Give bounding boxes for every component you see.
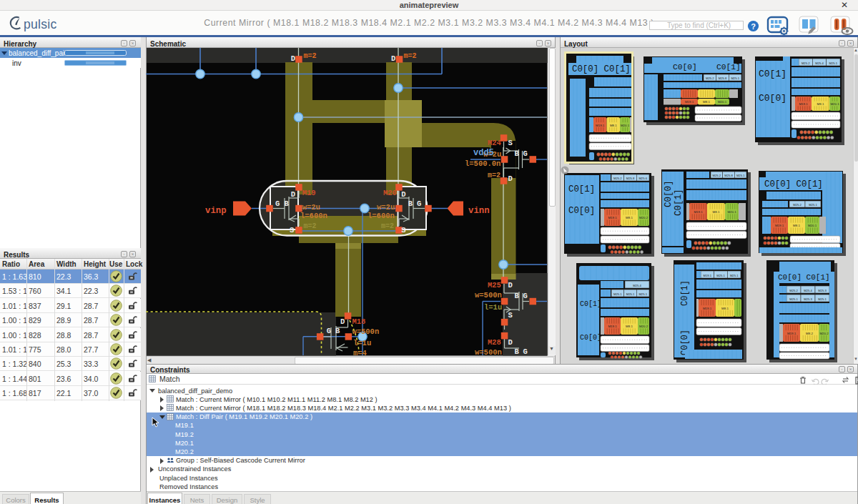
svg-text:M19.1: M19.1 (703, 274, 711, 277)
svg-text:M25.2: M25.2 (789, 289, 798, 292)
svg-text:M25.1: M25.1 (818, 297, 827, 301)
svg-text:B: B (515, 347, 520, 356)
svg-text:C0[0]: C0[0] (580, 334, 601, 342)
svg-text:M25.1: M25.1 (613, 292, 622, 296)
svg-text:G: G (417, 199, 421, 208)
svg-text:M8.1: M8.1 (626, 325, 633, 328)
svg-text:M8.1: M8.1 (610, 124, 617, 127)
svg-text:M20.2: M20.2 (639, 216, 649, 219)
svg-text:G: G (523, 347, 528, 356)
svg-text:vinp: vinp (205, 206, 227, 216)
svg-text:w=2u: w=2u (302, 203, 320, 212)
svg-text:l=600n: l=600n (300, 212, 327, 220)
svg-text:M25.1: M25.1 (809, 203, 817, 207)
svg-text:m=2: m=2 (381, 222, 394, 230)
svg-text:C0[0]: C0[0] (568, 206, 595, 216)
svg-text:m=2: m=2 (404, 52, 417, 60)
svg-text:M19.1: M19.1 (596, 124, 605, 127)
svg-text:l=1u: l=1u (484, 303, 502, 312)
svg-text:G: G (327, 327, 331, 335)
svg-text:G: G (523, 292, 528, 300)
svg-text:l=600n: l=600n (368, 212, 395, 220)
svg-text:C0[1]: C0[1] (716, 63, 741, 71)
svg-text:D: D (401, 190, 405, 199)
svg-text:M19.1: M19.1 (608, 216, 617, 219)
svg-text:M19.1: M19.1 (685, 100, 694, 104)
svg-text:S: S (508, 139, 513, 147)
svg-text:M25: M25 (488, 281, 501, 290)
svg-text:l=1u: l=1u (353, 339, 371, 347)
svg-text:S: S (508, 311, 513, 320)
svg-text:M25.8: M25.8 (719, 76, 727, 80)
svg-text:M25.2: M25.2 (613, 177, 622, 180)
svg-text:?: ? (751, 22, 756, 31)
svg-text:M18: M18 (352, 317, 365, 326)
svg-text:w=500n: w=500n (352, 327, 379, 336)
svg-text:M20.1: M20.1 (727, 210, 736, 214)
svg-text:M25.4: M25.4 (804, 289, 812, 292)
svg-text:M28: M28 (488, 338, 501, 347)
svg-text:M25.8: M25.8 (724, 174, 733, 177)
svg-text:C0[1]: C0[1] (580, 300, 601, 308)
svg-text:l=500.0n: l=500.0n (465, 159, 500, 168)
svg-text:D: D (291, 190, 295, 199)
svg-text:M25.1: M25.1 (731, 76, 739, 80)
svg-text:m=2: m=2 (304, 222, 317, 230)
svg-text:D: D (291, 54, 295, 63)
svg-text:M8.1: M8.1 (626, 216, 633, 219)
svg-text:C0[0]: C0[0] (664, 180, 674, 207)
svg-text:vinn: vinn (468, 206, 490, 216)
svg-text:B: B (285, 199, 290, 208)
svg-text:M19.1: M19.1 (694, 210, 703, 214)
svg-text:M19.1: M19.1 (787, 332, 797, 335)
svg-text:M25.1: M25.1 (638, 292, 647, 296)
svg-text:w=2u: w=2u (377, 203, 395, 212)
svg-text:M24: M24 (488, 139, 501, 147)
svg-text:M25.4: M25.4 (815, 61, 824, 65)
svg-text:B: B (408, 199, 413, 208)
svg-text:S: S (290, 226, 294, 234)
svg-text:M25.2: M25.2 (706, 76, 714, 80)
svg-text:C0[1]: C0[1] (759, 69, 786, 79)
svg-text:M20: M20 (383, 189, 397, 197)
svg-text:M8.1: M8.1 (721, 307, 729, 310)
svg-text:C0[1]: C0[1] (680, 280, 690, 306)
svg-text:M25.2: M25.2 (793, 203, 802, 207)
svg-text:M8.1: M8.1 (713, 210, 720, 214)
svg-text:M8.2: M8.2 (806, 332, 813, 335)
svg-text:M25.3: M25.3 (818, 289, 827, 292)
svg-text:M8.1: M8.1 (703, 100, 710, 104)
svg-text:M8.1: M8.1 (817, 102, 824, 106)
svg-text:C0[0] C0[1]: C0[0] C0[1] (572, 64, 631, 74)
svg-text:M25.1: M25.1 (829, 61, 837, 65)
svg-text:S: S (401, 226, 405, 234)
svg-text:M20.1: M20.1 (808, 224, 817, 227)
svg-text:M19.1: M19.1 (608, 325, 617, 328)
svg-text:M25.1: M25.1 (730, 274, 739, 277)
svg-text:m=2: m=2 (304, 52, 317, 60)
svg-text:M25.1: M25.1 (626, 292, 635, 296)
svg-text:C0[1]: C0[1] (568, 184, 595, 194)
svg-text:M8.1: M8.1 (793, 224, 800, 227)
svg-text:m=2: m=2 (488, 172, 500, 179)
svg-text:M19.1: M19.1 (775, 224, 784, 227)
svg-text:M19: M19 (302, 189, 316, 197)
svg-text:D: D (508, 338, 513, 347)
svg-text:M20.1: M20.1 (830, 102, 839, 106)
svg-text:M19.1: M19.1 (799, 102, 808, 106)
svg-text:M25.2: M25.2 (712, 174, 721, 177)
svg-text:G: G (275, 199, 280, 208)
svg-text:M25.1: M25.1 (789, 297, 798, 301)
svg-text:M20.1: M20.1 (718, 100, 727, 104)
svg-text:M20.2: M20.2 (639, 325, 649, 328)
svg-text:C0[0]: C0[0] (673, 63, 697, 71)
svg-text:M19.1: M19.1 (703, 307, 712, 310)
svg-text:M25.1: M25.1 (736, 174, 745, 177)
svg-text:M25.6: M25.6 (638, 177, 647, 180)
svg-text:M20.1: M20.1 (621, 124, 630, 127)
svg-text:D: D (391, 54, 395, 63)
svg-text:M25.4: M25.4 (633, 284, 641, 287)
svg-text:M25.8: M25.8 (626, 177, 635, 180)
svg-text:w=500n: w=500n (475, 291, 502, 300)
svg-text:B: B (335, 327, 340, 335)
